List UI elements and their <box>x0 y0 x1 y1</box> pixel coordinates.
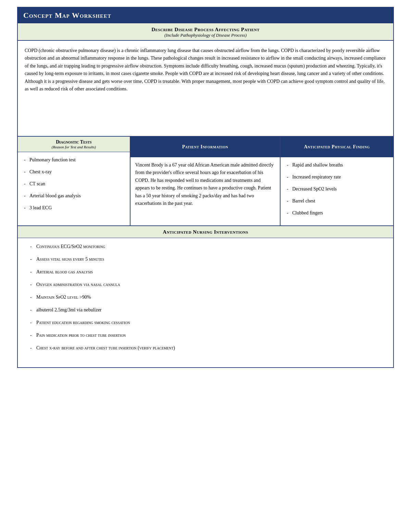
list-item: CT scan <box>23 180 125 187</box>
three-col-section: Diagnostic Tests (Reason for Test and Re… <box>18 137 393 226</box>
diagnostic-column: Diagnostic Tests (Reason for Test and Re… <box>18 137 130 225</box>
list-item: Arterial blood gas analysis <box>28 268 386 275</box>
diagnostic-col-subtitle: (Reason for Test and Results) <box>21 145 126 149</box>
list-item: Pain medication prior to chest tube inse… <box>28 332 386 339</box>
disease-text: COPD (chronic obstructive pulmonary dise… <box>25 47 386 93</box>
disease-section-header: Describe Disease Process Affecting Patie… <box>18 23 393 41</box>
patient-col-content: Vincent Brody is a 67 year old African A… <box>130 157 280 211</box>
page-header: Concept Map Worksheet <box>18 8 393 23</box>
physical-col-title: Anticipated Physical Finding <box>284 144 390 150</box>
diagnostic-col-title: Diagnostic Tests <box>21 139 126 145</box>
disease-section-subtitle: (Include Pathophysiology of Disease Proc… <box>23 33 388 38</box>
list-item: Oxygen administration via nasal cannula <box>28 281 386 288</box>
list-item: Rapid and shallow breaths <box>285 161 388 169</box>
nursing-section-content: Continuous ECG/SpO2 monitoring Assess vi… <box>18 238 393 367</box>
disease-section-title: Describe Disease Process Affecting Patie… <box>23 27 388 33</box>
list-item: 3 lead ECG <box>23 204 125 211</box>
diagnostic-col-header: Diagnostic Tests (Reason for Test and Re… <box>18 137 130 152</box>
list-item: Barrel chest <box>285 197 388 205</box>
list-item: Decreased SpO2 levels <box>285 185 388 193</box>
list-item: Continuous ECG/SpO2 monitoring <box>28 243 386 250</box>
list-item: Chest x-ray before and after chest tube … <box>28 344 386 351</box>
list-item: Chest x-ray <box>23 168 125 175</box>
page-title: Concept Map Worksheet <box>23 11 111 20</box>
diagnostic-list: Pulmonary function test Chest x-ray CT s… <box>23 156 125 211</box>
patient-col-title: Patient Information <box>134 144 276 150</box>
list-item: Assess vital signs every 5 minutes <box>28 256 386 263</box>
list-item: Increased respiratory rate <box>285 173 388 181</box>
list-item: Arterial blood gas analysis <box>23 192 125 199</box>
patient-text: Vincent Brody is a 67 year old African A… <box>135 161 275 207</box>
nursing-section-header: Anticipated Nursing Interventions <box>18 226 393 238</box>
disease-text-area: COPD (chronic obstructive pulmonary dise… <box>18 41 393 137</box>
nursing-list: Continuous ECG/SpO2 monitoring Assess vi… <box>28 243 386 351</box>
list-item: Maintain SpO2 level >90% <box>28 294 386 301</box>
patient-col-header: Patient Information <box>130 137 280 157</box>
page-container: Concept Map Worksheet Describe Disease P… <box>17 7 394 368</box>
nursing-section: Anticipated Nursing Interventions Contin… <box>18 226 393 367</box>
list-item: Pulmonary function test <box>23 156 125 163</box>
physical-list: Rapid and shallow breaths Increased resp… <box>285 161 388 216</box>
list-item: albuterol 2.5mg/3ml via nebulizer <box>28 306 386 313</box>
diagnostic-col-content: Pulmonary function test Chest x-ray CT s… <box>18 152 130 220</box>
physical-col-header: Anticipated Physical Finding <box>281 137 393 157</box>
list-item: Patient education regarding smoking cess… <box>28 319 386 326</box>
physical-column: Anticipated Physical Finding Rapid and s… <box>281 137 393 225</box>
patient-column: Patient Information Vincent Brody is a 6… <box>130 137 281 225</box>
nursing-section-title: Anticipated Nursing Interventions <box>163 229 248 235</box>
physical-col-content: Rapid and shallow breaths Increased resp… <box>281 157 393 225</box>
list-item: Clubbed fingers <box>285 209 388 216</box>
